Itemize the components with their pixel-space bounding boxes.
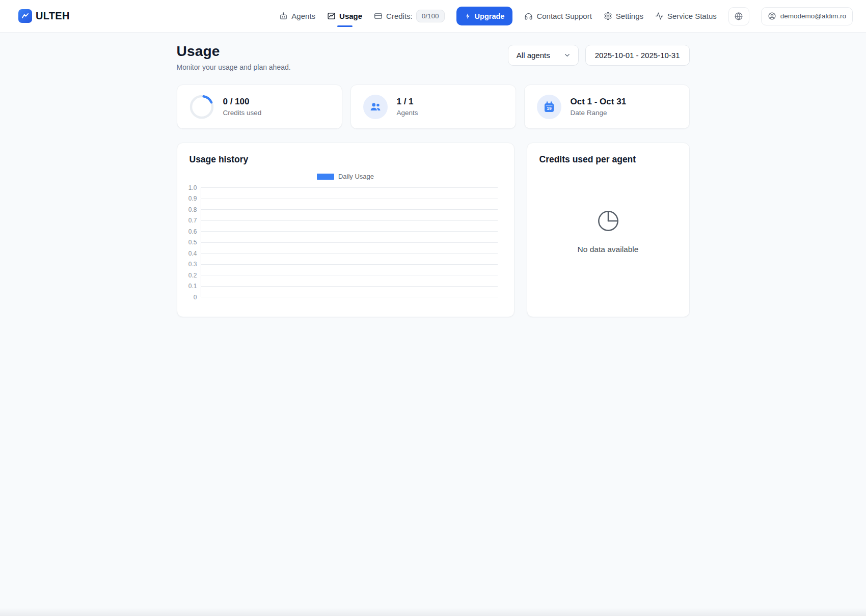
legend-label: Daily Usage	[338, 173, 374, 180]
y-axis-tick-label: 0.8	[188, 206, 197, 213]
y-axis-tick-label: 0.9	[188, 195, 197, 202]
chart-gridline: 0.9	[201, 199, 498, 199]
active-tab-underline	[337, 25, 353, 27]
y-axis-tick-label: 0.5	[188, 239, 197, 246]
nav-item-service-status[interactable]: Service Status	[655, 0, 717, 33]
usage-history-card: Usage history Daily Usage 1.00.90.80.70.…	[177, 143, 515, 317]
nav-credits: Credits: 0/100	[374, 0, 444, 33]
calendar-day-number: 19	[547, 106, 552, 111]
y-axis-tick-label: 0.4	[188, 250, 197, 257]
date-range-input[interactable]: 2025-10-01 - 2025-10-31	[585, 45, 690, 66]
y-axis-tick-label: 0.3	[188, 261, 197, 268]
activity-icon	[655, 12, 664, 20]
chart-gridline: 0.3	[201, 264, 498, 265]
robot-icon	[279, 12, 288, 20]
stat-card-date-range: 19 Oct 1 - Oct 31 Date Range	[524, 85, 690, 129]
chevron-down-icon	[563, 51, 571, 59]
usage-chart-plot: 1.00.90.80.70.60.50.40.30.20.10	[201, 187, 498, 297]
chart-gridline: 0	[201, 297, 498, 297]
agent-filter-select[interactable]: All agents	[508, 45, 579, 66]
credits-per-agent-title: Credits used per agent	[539, 154, 677, 165]
credits-label: Credits:	[386, 12, 413, 20]
nav-actions: Agents Usage Credits: 0/100 Upgrade	[279, 0, 853, 33]
calendar-icon: 19	[543, 101, 555, 113]
agent-filter-value: All agents	[517, 51, 550, 60]
chart-gridline: 0.5	[201, 242, 498, 243]
lightning-icon	[465, 12, 471, 20]
nav-item-agents[interactable]: Agents	[279, 0, 315, 33]
stat-agents-value: 1 / 1	[397, 97, 418, 107]
y-axis-tick-label: 0.6	[188, 228, 197, 235]
stat-range-label: Date Range	[571, 109, 627, 117]
chart-gridline: 0.4	[201, 253, 498, 254]
chart-gridline: 1.0	[201, 187, 498, 188]
date-range-value: 2025-10-01 - 2025-10-31	[595, 51, 680, 60]
headset-icon	[524, 12, 533, 20]
pie-chart-icon	[597, 209, 620, 233]
settings-label: Settings	[616, 12, 643, 20]
language-globe-button[interactable]	[728, 7, 749, 25]
stat-agents-label: Agents	[397, 109, 418, 117]
account-menu-button[interactable]: demodemo@aldim.ro	[761, 7, 853, 25]
stat-credits-label: Credits used	[223, 109, 262, 117]
chart-legend: Daily Usage	[190, 173, 502, 180]
app-logo[interactable]: ULTEH	[18, 9, 70, 23]
stat-credits-value: 0 / 100	[223, 97, 262, 107]
page-title: Usage	[177, 43, 291, 60]
credits-badge: 0/100	[416, 10, 445, 22]
nav-item-agents-label: Agents	[291, 12, 315, 20]
nav-item-usage[interactable]: Usage	[327, 0, 362, 33]
legend-swatch	[317, 174, 334, 180]
stat-range-text: Oct 1 - Oct 31 Date Range	[571, 97, 627, 117]
upgrade-button[interactable]: Upgrade	[456, 7, 513, 25]
pie-empty-state: No data available	[539, 165, 677, 305]
gear-icon	[604, 12, 612, 20]
y-axis-tick-label: 0.2	[188, 272, 197, 279]
stat-card-credits: 0 / 100 Credits used	[177, 85, 342, 129]
page-header: Usage Monitor your usage and plan ahead.…	[177, 43, 690, 71]
top-nav: ULTEH Agents Usage Credits: 0/	[0, 0, 866, 33]
y-axis-tick-label: 0.7	[188, 217, 197, 224]
stat-range-value: Oct 1 - Oct 31	[571, 97, 627, 107]
credit-card-icon	[374, 12, 383, 20]
y-axis-tick-label: 0	[194, 294, 197, 301]
users-icon	[369, 100, 382, 114]
stat-card-agents: 1 / 1 Agents	[350, 85, 516, 129]
y-axis-tick-label: 0.1	[188, 283, 197, 290]
page-subtitle: Monitor your usage and plan ahead.	[177, 63, 291, 71]
usage-history-title: Usage history	[190, 154, 502, 165]
brand-name: ULTEH	[36, 10, 70, 22]
header-controls: All agents 2025-10-01 - 2025-10-31	[508, 45, 690, 66]
nav-item-usage-label: Usage	[339, 12, 362, 20]
credits-progress-ring	[190, 95, 214, 119]
stat-credits-text: 0 / 100 Credits used	[223, 97, 262, 117]
pie-empty-message: No data available	[578, 245, 639, 254]
credits-per-agent-card: Credits used per agent No data available	[527, 143, 690, 317]
page-title-block: Usage Monitor your usage and plan ahead.	[177, 43, 291, 71]
chart-gridline: 0.6	[201, 231, 498, 232]
service-status-label: Service Status	[667, 12, 717, 20]
line-chart-icon	[327, 12, 336, 20]
chart-gridline: 0.8	[201, 209, 498, 210]
chart-gridline: 0.1	[201, 286, 498, 287]
calendar-icon-circle: 19	[537, 95, 561, 119]
nav-item-settings[interactable]: Settings	[604, 0, 643, 33]
user-circle-icon	[768, 12, 776, 20]
contact-support-label: Contact Support	[536, 12, 591, 20]
brand-chart-icon	[18, 9, 32, 23]
y-axis-tick-label: 1.0	[188, 184, 197, 191]
chart-gridline: 0.2	[201, 275, 498, 275]
chart-gridline: 0.7	[201, 220, 498, 221]
agents-icon-circle	[363, 95, 388, 119]
globe-icon	[734, 12, 743, 21]
account-email: demodemo@aldim.ro	[780, 12, 846, 20]
stat-agents-text: 1 / 1 Agents	[397, 97, 418, 117]
charts-row: Usage history Daily Usage 1.00.90.80.70.…	[177, 143, 690, 317]
upgrade-label: Upgrade	[475, 12, 505, 20]
stats-row: 0 / 100 Credits used 1 / 1 Agents	[177, 85, 690, 129]
nav-item-contact-support[interactable]: Contact Support	[524, 0, 591, 33]
main-content: Usage Monitor your usage and plan ahead.…	[177, 43, 690, 317]
